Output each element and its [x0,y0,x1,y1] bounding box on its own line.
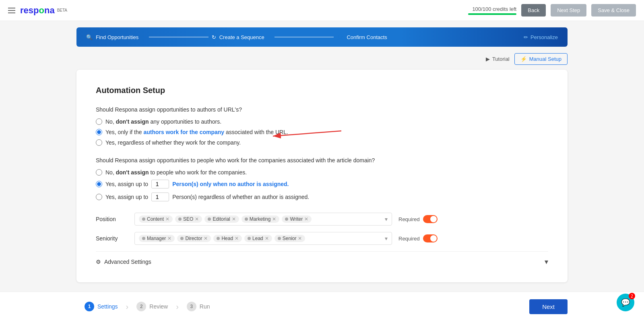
section-authors: Should Respona assign opportunities to a… [96,106,548,146]
position-label: Position [96,216,128,222]
step-personalize-label: Personalize [530,34,558,40]
credits-text: 100/100 credits left [472,6,516,12]
radio-no-assign-authors[interactable]: No, don't assign any opportunities to au… [96,118,548,125]
radio-yes-assign-up-to-label: Yes, assign up to Person(s) only when no… [105,180,289,188]
seniority-chevron-icon: ▾ [385,235,388,242]
step-create-sequence[interactable]: ↻ Create a Sequence [212,34,271,40]
radio-yes-assign-regardless-input[interactable] [96,194,102,200]
company-assign-regardless-number-input[interactable] [151,193,169,201]
seniority-field-row: Seniority Manager ✕ Director ✕ Head ✕ [96,232,548,245]
radio-yes-assign-up-to[interactable]: Yes, assign up to Person(s) only when no… [96,180,548,188]
radio-yes-authors-company[interactable]: Yes, only if the authors work for the co… [96,129,548,135]
advanced-settings[interactable]: ⚙ Advanced Settings ▾ [96,251,548,266]
header-left: respona BETA [8,5,67,16]
radio-yes-regardless-authors[interactable]: Yes, regardless of whether they work for… [96,139,548,146]
tag-manager: Manager ✕ [139,235,175,242]
section-companies: Should Respona assign opportunities to p… [96,157,548,201]
main-content: ▶ Tutorial ⚡ Manual Setup Automation Set… [0,53,644,290]
seniority-required-label: Required [398,234,438,242]
step-confirm-contacts[interactable]: 👤 Confirm Contacts [337,34,396,40]
step-confirm-contacts-label: Confirm Contacts [347,34,387,40]
card-title: Automation Setup [96,86,548,95]
tag-director: Director ✕ [177,235,211,242]
position-tag-input[interactable]: Content ✕ SEO ✕ Editorial ✕ Marketing ✕ [134,213,392,226]
tutorial-button[interactable]: ▶ Tutorial [486,56,510,62]
position-chevron-icon: ▾ [385,216,388,222]
header: respona BETA 100/100 credits left Back N… [0,0,644,21]
tag-content: Content ✕ [139,215,173,223]
search-icon: 🔍 [86,34,93,40]
radio-no-assign-companies-label: No, don't assign to people who work for … [105,169,247,176]
question-1: Should Respona assign opportunities to a… [96,106,548,113]
progress-divider-2 [275,37,334,37]
logo-beta: BETA [57,8,67,12]
radio-no-assign-authors-label: No, don't assign any opportunities to au… [105,118,221,125]
tag-editorial: Editorial ✕ [204,215,239,223]
company-assign-number-input[interactable] [151,180,169,188]
tag-seo: SEO ✕ [175,215,202,223]
radio-no-assign-companies-input[interactable] [96,169,102,176]
position-field-row: Position Content ✕ SEO ✕ Editorial ✕ [96,213,548,226]
chevron-down-icon: ▾ [545,257,548,266]
gear-icon: ⚙ [96,259,101,265]
position-required-label: Required [398,215,438,223]
radio-yes-authors-company-input[interactable] [96,129,102,135]
seniority-required-toggle[interactable] [423,234,438,242]
step-create-sequence-label: Create a Sequence [219,34,264,40]
header-right: 100/100 credits left Back Next Step Save… [468,4,636,17]
toolbar: ▶ Tutorial ⚡ Manual Setup [76,53,568,65]
lightning-icon: ⚡ [520,56,527,62]
automation-setup-card: Automation Setup Should Respona assign o… [76,70,568,282]
save-close-button[interactable]: Save & Close [591,4,636,17]
back-button[interactable]: Back [521,4,546,17]
radio-no-assign-authors-input[interactable] [96,118,102,125]
radio-no-assign-companies[interactable]: No, don't assign to people who work for … [96,169,548,176]
logo: respona BETA [20,5,67,16]
radio-yes-assign-up-to-input[interactable] [96,181,102,187]
play-icon: ▶ [486,56,490,62]
hamburger-menu[interactable] [8,8,15,13]
seniority-label: Seniority [96,235,128,242]
logo-text: respona [20,5,55,16]
radio-yes-regardless-authors-input[interactable] [96,139,102,146]
radio-yes-regardless-authors-label: Yes, regardless of whether they work for… [105,139,241,146]
edit-icon: ✏ [524,34,528,40]
next-step-button[interactable]: Next Step [551,4,586,17]
tag-head: Head ✕ [213,235,242,242]
credits-bar [468,13,516,15]
sequence-icon: ↻ [212,34,216,40]
tag-senior: Senior ✕ [275,235,305,242]
advanced-settings-label: ⚙ Advanced Settings [96,259,151,265]
tag-marketing: Marketing ✕ [242,215,280,223]
step-find-opportunities[interactable]: 🔍 Find Opportunities [86,34,146,40]
manual-setup-button[interactable]: ⚡ Manual Setup [514,53,568,65]
position-required-toggle[interactable] [423,215,438,223]
contacts-icon: 👤 [337,34,343,40]
progress-bar-wrapper: 🔍 Find Opportunities ↻ Create a Sequence… [0,21,644,53]
progress-divider-1 [149,37,208,37]
tag-writer: Writer ✕ [282,215,312,223]
question-2: Should Respona assign opportunities to p… [96,157,548,164]
seniority-tag-input[interactable]: Manager ✕ Director ✕ Head ✕ Lead ✕ [134,232,392,245]
step-find-opportunities-label: Find Opportunities [96,34,138,40]
radio-yes-authors-company-label: Yes, only if the authors work for the co… [105,129,288,135]
radio-yes-assign-regardless[interactable]: Yes, assign up to Person(s) regardless o… [96,193,548,201]
tag-lead: Lead ✕ [244,235,272,242]
radio-yes-assign-regardless-label: Yes, assign up to Person(s) regardless o… [105,193,309,201]
step-personalize[interactable]: ✏ Personalize [524,34,558,40]
credits-info: 100/100 credits left [468,6,516,15]
